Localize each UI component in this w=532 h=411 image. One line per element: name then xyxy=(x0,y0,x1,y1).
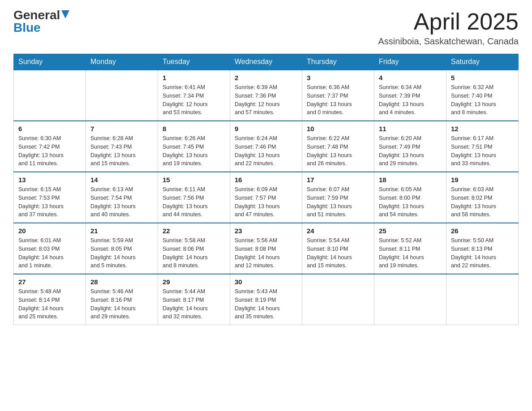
day-info: Sunrise: 6:03 AM Sunset: 8:02 PM Dayligh… xyxy=(451,185,514,219)
calendar-cell: 2Sunrise: 6:39 AM Sunset: 7:36 PM Daylig… xyxy=(230,70,302,121)
day-number: 16 xyxy=(235,176,297,184)
day-info: Sunrise: 6:09 AM Sunset: 7:57 PM Dayligh… xyxy=(235,185,297,219)
weekday-header-sunday: Sunday xyxy=(14,54,86,70)
calendar-cell: 21Sunrise: 5:59 AM Sunset: 8:05 PM Dayli… xyxy=(86,223,158,274)
day-info: Sunrise: 5:54 AM Sunset: 8:10 PM Dayligh… xyxy=(307,236,369,270)
day-info: Sunrise: 6:11 AM Sunset: 7:56 PM Dayligh… xyxy=(163,185,225,219)
calendar-cell: 15Sunrise: 6:11 AM Sunset: 7:56 PM Dayli… xyxy=(158,172,230,223)
day-number: 6 xyxy=(18,125,81,133)
logo: General Blue xyxy=(13,9,69,34)
logo-triangle-icon xyxy=(61,10,69,18)
day-number: 24 xyxy=(307,227,369,235)
day-number: 8 xyxy=(163,125,225,133)
calendar-cell: 27Sunrise: 5:48 AM Sunset: 8:14 PM Dayli… xyxy=(14,274,86,325)
calendar-cell: 28Sunrise: 5:46 AM Sunset: 8:16 PM Dayli… xyxy=(86,274,158,325)
day-info: Sunrise: 6:30 AM Sunset: 7:42 PM Dayligh… xyxy=(18,134,81,168)
calendar-cell: 8Sunrise: 6:26 AM Sunset: 7:45 PM Daylig… xyxy=(158,121,230,172)
calendar-cell: 16Sunrise: 6:09 AM Sunset: 7:57 PM Dayli… xyxy=(230,172,302,223)
calendar-header-row: SundayMondayTuesdayWednesdayThursdayFrid… xyxy=(14,54,519,70)
day-number: 19 xyxy=(451,176,514,184)
logo-general: General xyxy=(13,9,60,21)
day-info: Sunrise: 5:46 AM Sunset: 8:16 PM Dayligh… xyxy=(90,287,153,321)
weekday-header-saturday: Saturday xyxy=(446,54,519,70)
weekday-header-friday: Friday xyxy=(374,54,446,70)
logo-blue: Blue xyxy=(13,21,41,34)
day-number: 14 xyxy=(90,176,153,184)
day-number: 3 xyxy=(307,74,369,81)
weekday-header-thursday: Thursday xyxy=(302,54,374,70)
day-info: Sunrise: 6:24 AM Sunset: 7:46 PM Dayligh… xyxy=(235,134,297,168)
calendar-cell: 18Sunrise: 6:05 AM Sunset: 8:00 PM Dayli… xyxy=(374,172,446,223)
calendar-cell: 20Sunrise: 6:01 AM Sunset: 8:03 PM Dayli… xyxy=(14,223,86,274)
weekday-header-wednesday: Wednesday xyxy=(230,54,302,70)
day-number: 1 xyxy=(163,74,225,81)
day-info: Sunrise: 6:13 AM Sunset: 7:54 PM Dayligh… xyxy=(90,185,153,219)
day-info: Sunrise: 5:56 AM Sunset: 8:08 PM Dayligh… xyxy=(235,236,297,270)
calendar-table: SundayMondayTuesdayWednesdayThursdayFrid… xyxy=(13,54,519,325)
day-number: 29 xyxy=(163,278,225,286)
day-number: 27 xyxy=(18,278,81,286)
day-number: 21 xyxy=(90,227,153,235)
day-number: 13 xyxy=(18,176,81,184)
day-info: Sunrise: 6:22 AM Sunset: 7:48 PM Dayligh… xyxy=(307,134,369,168)
title-block: April 2025 Assiniboia, Saskatchewan, Can… xyxy=(378,9,519,47)
calendar-cell: 23Sunrise: 5:56 AM Sunset: 8:08 PM Dayli… xyxy=(230,223,302,274)
day-info: Sunrise: 6:05 AM Sunset: 8:00 PM Dayligh… xyxy=(379,185,442,219)
calendar-week-3: 13Sunrise: 6:15 AM Sunset: 7:53 PM Dayli… xyxy=(14,172,519,223)
day-number: 20 xyxy=(18,227,81,235)
day-number: 4 xyxy=(379,74,442,81)
day-number: 15 xyxy=(163,176,225,184)
calendar-week-1: 1Sunrise: 6:41 AM Sunset: 7:34 PM Daylig… xyxy=(14,70,519,121)
calendar-cell xyxy=(86,70,158,121)
day-number: 5 xyxy=(451,74,514,81)
day-info: Sunrise: 5:52 AM Sunset: 8:11 PM Dayligh… xyxy=(379,236,442,270)
calendar-cell: 26Sunrise: 5:50 AM Sunset: 8:13 PM Dayli… xyxy=(446,223,519,274)
day-info: Sunrise: 5:48 AM Sunset: 8:14 PM Dayligh… xyxy=(18,287,81,321)
calendar-cell: 6Sunrise: 6:30 AM Sunset: 7:42 PM Daylig… xyxy=(14,121,86,172)
calendar-cell: 22Sunrise: 5:58 AM Sunset: 8:06 PM Dayli… xyxy=(158,223,230,274)
page-header: General Blue April 2025 Assiniboia, Sask… xyxy=(13,9,519,47)
day-info: Sunrise: 5:50 AM Sunset: 8:13 PM Dayligh… xyxy=(451,236,514,270)
day-info: Sunrise: 5:43 AM Sunset: 8:19 PM Dayligh… xyxy=(235,287,297,321)
day-info: Sunrise: 5:58 AM Sunset: 8:06 PM Dayligh… xyxy=(163,236,225,270)
calendar-cell: 7Sunrise: 6:28 AM Sunset: 7:43 PM Daylig… xyxy=(86,121,158,172)
weekday-header-monday: Monday xyxy=(86,54,158,70)
day-number: 9 xyxy=(235,125,297,133)
day-info: Sunrise: 6:07 AM Sunset: 7:59 PM Dayligh… xyxy=(307,185,369,219)
day-number: 30 xyxy=(235,278,297,286)
day-info: Sunrise: 6:01 AM Sunset: 8:03 PM Dayligh… xyxy=(18,236,81,270)
calendar-cell: 13Sunrise: 6:15 AM Sunset: 7:53 PM Dayli… xyxy=(14,172,86,223)
day-number: 11 xyxy=(379,125,442,133)
calendar-cell: 17Sunrise: 6:07 AM Sunset: 7:59 PM Dayli… xyxy=(302,172,374,223)
day-number: 10 xyxy=(307,125,369,133)
calendar-cell: 25Sunrise: 5:52 AM Sunset: 8:11 PM Dayli… xyxy=(374,223,446,274)
calendar-week-2: 6Sunrise: 6:30 AM Sunset: 7:42 PM Daylig… xyxy=(14,121,519,172)
calendar-cell: 24Sunrise: 5:54 AM Sunset: 8:10 PM Dayli… xyxy=(302,223,374,274)
day-number: 25 xyxy=(379,227,442,235)
day-number: 23 xyxy=(235,227,297,235)
calendar-week-4: 20Sunrise: 6:01 AM Sunset: 8:03 PM Dayli… xyxy=(14,223,519,274)
day-info: Sunrise: 6:26 AM Sunset: 7:45 PM Dayligh… xyxy=(163,134,225,168)
day-info: Sunrise: 6:36 AM Sunset: 7:37 PM Dayligh… xyxy=(307,83,369,117)
svg-marker-0 xyxy=(61,10,69,18)
weekday-header-tuesday: Tuesday xyxy=(158,54,230,70)
calendar-cell xyxy=(302,274,374,325)
day-number: 26 xyxy=(451,227,514,235)
calendar-cell: 1Sunrise: 6:41 AM Sunset: 7:34 PM Daylig… xyxy=(158,70,230,121)
day-info: Sunrise: 6:28 AM Sunset: 7:43 PM Dayligh… xyxy=(90,134,153,168)
month-title: April 2025 xyxy=(378,9,519,34)
calendar-cell: 12Sunrise: 6:17 AM Sunset: 7:51 PM Dayli… xyxy=(446,121,519,172)
day-number: 17 xyxy=(307,176,369,184)
day-number: 2 xyxy=(235,74,297,81)
day-info: Sunrise: 5:59 AM Sunset: 8:05 PM Dayligh… xyxy=(90,236,153,270)
day-number: 12 xyxy=(451,125,514,133)
day-info: Sunrise: 5:44 AM Sunset: 8:17 PM Dayligh… xyxy=(163,287,225,321)
calendar-cell: 10Sunrise: 6:22 AM Sunset: 7:48 PM Dayli… xyxy=(302,121,374,172)
day-info: Sunrise: 6:41 AM Sunset: 7:34 PM Dayligh… xyxy=(163,83,225,117)
day-info: Sunrise: 6:15 AM Sunset: 7:53 PM Dayligh… xyxy=(18,185,81,219)
day-info: Sunrise: 6:17 AM Sunset: 7:51 PM Dayligh… xyxy=(451,134,514,168)
day-info: Sunrise: 6:34 AM Sunset: 7:39 PM Dayligh… xyxy=(379,83,442,117)
calendar-cell xyxy=(446,274,519,325)
day-info: Sunrise: 6:20 AM Sunset: 7:49 PM Dayligh… xyxy=(379,134,442,168)
calendar-cell xyxy=(374,274,446,325)
